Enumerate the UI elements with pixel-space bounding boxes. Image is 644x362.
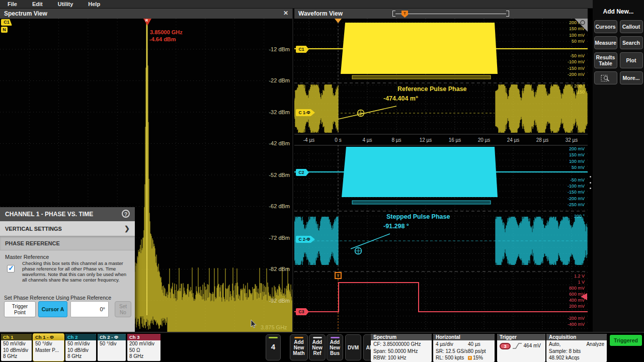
time-label: -4 µs — [298, 137, 320, 143]
c2-scale-label: -150 mV — [568, 190, 585, 195]
trigger-position-top-icon[interactable] — [335, 19, 342, 23]
cursor-a-button[interactable]: Cursor A — [38, 301, 67, 317]
waveform-view-panel: Waveform View T — [294, 9, 588, 332]
spectrum-card-header: Spectrum — [371, 334, 432, 340]
c3-scale-label: 1.2 V — [574, 274, 585, 279]
time-label: 8 µs — [385, 137, 408, 143]
ch2-name: Ch 2 — [65, 334, 96, 340]
horizontal-card-header: Horizontal — [433, 334, 495, 340]
menu-edit[interactable]: Edit — [25, 1, 50, 7]
zoom-mode-button[interactable] — [594, 71, 617, 84]
plot-button[interactable]: Plot — [620, 52, 643, 68]
waveform-plot[interactable]: T C1 C 1-Φ C2 C 2-Φ C3 Reference Pulse P… — [294, 19, 588, 332]
trigger-point-line2: Point — [5, 310, 35, 316]
c3-trace — [294, 283, 588, 312]
ch4-add-button[interactable]: 4 — [266, 334, 281, 360]
menu-help[interactable]: Help — [80, 1, 108, 7]
reference-marker-icon[interactable]: R — [143, 19, 151, 26]
marker-amplitude: -4.64 dBm — [149, 36, 176, 42]
waveform-traces-svg — [294, 19, 588, 332]
c1-scale-label: -100 mV — [568, 59, 585, 64]
menu-utility[interactable]: Utility — [50, 1, 81, 7]
zoom-box-icon — [601, 74, 611, 82]
c1-scale-label: -150 mV — [568, 66, 585, 71]
add-new-bus-button[interactable]: Add New Bus — [327, 334, 343, 360]
dialog-title-bar[interactable]: CHANNEL 1 - PHASE VS. TIME ? — [0, 207, 135, 221]
time-label: 24 µs — [502, 137, 524, 143]
trigger-info-card[interactable]: Trigger 3 464 mV — [497, 334, 545, 362]
trigger-position-mini-icon: T — [468, 356, 472, 360]
c3-scale-label: 200 mV — [569, 304, 585, 309]
normal-trace-badge[interactable]: N — [1, 27, 8, 33]
add-new-ref-button[interactable]: Add New Ref — [309, 334, 326, 360]
search-button[interactable]: Search — [620, 36, 643, 49]
time-label: 4 µs — [356, 137, 378, 143]
c3-scale-label: 400 mV — [569, 298, 585, 303]
waveform-title-bar[interactable]: Waveform View T — [294, 9, 588, 19]
master-reference-checkbox[interactable]: ✓ — [7, 265, 15, 273]
c3-scale-label: -200 mV — [568, 316, 585, 321]
trigger-level-value: 464 mV — [524, 343, 541, 348]
scrollbar-right-bracket[interactable] — [506, 11, 509, 17]
master-reference-label: Master Reference — [5, 254, 49, 260]
c1-scale-label: -200 mV — [568, 72, 585, 77]
c3-scale-label: 800 mV — [569, 286, 585, 291]
callout-button[interactable]: Callout — [620, 20, 643, 33]
c1-scale-label: 100 mV — [569, 33, 585, 38]
c2-scale-label: 100 mV — [569, 159, 585, 164]
c3-scale-label: 600 mV — [569, 292, 585, 297]
horizontal-info-card[interactable]: Horizontal 4 µs/div40 µs SR: 12.5 GS/s80… — [433, 334, 495, 362]
stepped-phase-title: Stepped Pulse Phase — [386, 213, 450, 220]
set-phase-using-label: Set Phase Reference Using — [4, 295, 69, 301]
phase-reference-field-label: Phase Reference — [70, 295, 111, 301]
set-button-line2: No — [115, 310, 131, 316]
marker-frequency: 3.85000 GHz — [150, 29, 183, 35]
ch2-badge-card[interactable]: Ch 2 50 mV/div10 dB/div8 GHz — [65, 334, 96, 361]
panel-drag-handle[interactable] — [589, 176, 592, 189]
trigger-point-button[interactable]: Trigger Point — [4, 301, 36, 317]
scrollbar-track[interactable] — [395, 14, 506, 14]
time-label: 28 µs — [531, 137, 553, 143]
cursors-button[interactable]: Cursors — [594, 20, 617, 33]
ch1-badge-card[interactable]: Ch 1 50 mV/div10 dBm/div8 GHz — [1, 334, 32, 361]
vertical-settings-section[interactable]: VERTICAL SETTINGS ❯ — [0, 221, 135, 236]
ref-phase-title: Reference Pulse Phase — [397, 85, 467, 93]
ref-phase-value: -474.404 m° — [383, 95, 418, 102]
phase-reference-section[interactable]: PHASE REFERENCE — [0, 236, 135, 250]
spectrum-info-card[interactable]: Spectrum CF: 3.85000000 GHz Span: 50.000… — [371, 334, 432, 362]
ch1-phase-badge-card[interactable]: Ch 1 - Φ 50 °/divMaster P... — [33, 334, 64, 361]
chevron-right-icon: ❯ — [124, 225, 130, 232]
ch2-phase-badge-card[interactable]: Ch 2 - Φ 50 °/div — [98, 334, 126, 361]
c2-scale-label: -100 mV — [568, 184, 585, 189]
c2-scale-label: -250 mV — [568, 202, 585, 207]
trigger-t-marker-icon[interactable]: T — [335, 272, 342, 279]
acquisition-info-card[interactable]: Acquisition Auto,Analyze Sample: 8 bits … — [546, 334, 607, 362]
stepped-phase-value: -91.298 ° — [383, 223, 409, 230]
bottom-bar: Ch 1 50 mV/div10 dBm/div8 GHz Ch 1 - Φ 5… — [0, 332, 644, 362]
mouse-cursor-icon — [251, 319, 258, 328]
horizontal-position-scrollbar[interactable]: T — [392, 11, 509, 17]
ch3-badge-card[interactable]: Ch 3 200 mV/div50 Ω8 GHz — [127, 334, 160, 361]
rising-edge-icon — [512, 342, 522, 349]
db-label: -12 dBm — [269, 47, 290, 52]
phase-reference-input[interactable]: 0° — [70, 301, 109, 317]
results-table-button[interactable]: Results Table — [594, 52, 617, 68]
menu-file[interactable]: File — [0, 1, 25, 7]
ch4-label: 4 — [266, 342, 280, 351]
spectrum-title-bar[interactable]: Spectrum View ✕ — [0, 9, 292, 19]
ch1-name: Ch 1 — [1, 334, 32, 340]
measure-button[interactable]: Measure — [594, 36, 617, 49]
help-icon[interactable]: ? — [122, 210, 130, 218]
checkmark-icon: ✓ — [8, 264, 14, 272]
trigger-position-icon[interactable]: T — [401, 11, 408, 18]
db-label: -52 dBm — [269, 172, 290, 177]
dvm-button[interactable]: DVM — [345, 334, 361, 360]
db-label: -22 dBm — [269, 78, 290, 83]
more-button[interactable]: More... — [620, 71, 643, 84]
dialog-title: CHANNEL 1 - PHASE VS. TIME — [5, 211, 93, 218]
db-label: -72 dBm — [269, 235, 290, 240]
set-now-button[interactable]: Set No — [115, 301, 131, 317]
master-reference-description: Checking this box sets this channel as a… — [22, 260, 131, 283]
add-new-math-button[interactable]: Add New Math — [290, 334, 308, 360]
close-icon[interactable]: ✕ — [283, 10, 288, 17]
